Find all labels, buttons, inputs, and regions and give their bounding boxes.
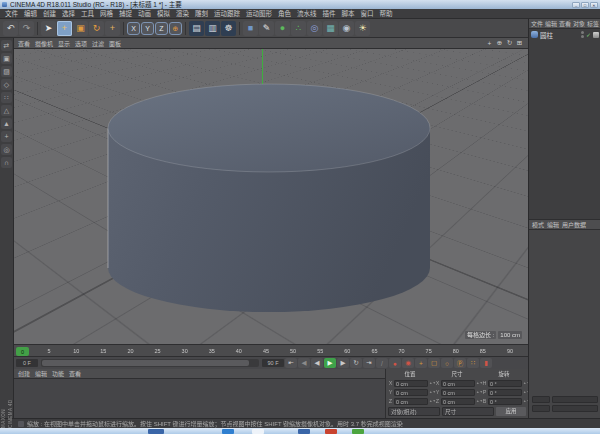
menubar-item[interactable]: 模拟	[154, 9, 173, 19]
viewport-menu-item[interactable]: 摄像机	[35, 39, 53, 48]
coordinate-column-header[interactable]: 位置	[388, 370, 432, 378]
position-key-toggle[interactable]: +	[415, 358, 427, 368]
render-picture-viewer-icon[interactable]: ▥	[205, 21, 220, 36]
maximize-button[interactable]: □	[581, 2, 589, 8]
playback-mode-button[interactable]: ▮	[480, 358, 492, 368]
value-spinner[interactable]: ▲▼	[523, 400, 526, 403]
viewport-menu-item[interactable]: 显示	[58, 39, 70, 48]
snapping-icon[interactable]: ∩	[1, 157, 12, 168]
menubar-item[interactable]: 捕捉	[116, 9, 135, 19]
coordinate-size-dropdown[interactable]: 尺寸	[442, 407, 494, 416]
next-frame-button[interactable]: ▶	[337, 358, 349, 368]
object-manager-menu-item[interactable]: 查看	[559, 19, 571, 28]
go-to-end-button[interactable]: ⇥	[363, 358, 375, 368]
taskbar-app-icon[interactable]	[325, 429, 337, 434]
menubar-item[interactable]: 流水线	[294, 9, 320, 19]
value-spinner[interactable]: ▲▼	[523, 391, 526, 394]
right-panel-field[interactable]	[532, 396, 550, 403]
rotate-view-icon[interactable]: ↻	[505, 39, 514, 48]
material-menu-item[interactable]: 查看	[69, 369, 81, 378]
value-spinner[interactable]: ▲▼	[429, 400, 432, 403]
pla-key-toggle[interactable]: ∷	[467, 358, 479, 368]
object-manager-menu-item[interactable]: 对象	[573, 19, 585, 28]
rotate-tool-icon[interactable]: ↻	[89, 21, 104, 36]
cube-primitive-icon[interactable]: ■	[243, 21, 258, 36]
menubar-item[interactable]: 角色	[275, 9, 294, 19]
timeline-end-field[interactable]: 90 F	[262, 359, 284, 367]
toggle-layout-icon[interactable]: ⊞	[515, 39, 524, 48]
coordinate-value-field[interactable]: 0 °	[488, 398, 522, 405]
coordinate-system-icon[interactable]: ⊕	[169, 22, 182, 35]
spline-pen-icon[interactable]: ✎	[259, 21, 274, 36]
coordinate-value-field[interactable]: 0 cm	[441, 398, 475, 405]
value-spinner[interactable]: ▲▼	[523, 382, 526, 385]
keyframe-selection-button[interactable]: /	[376, 358, 388, 368]
menubar-item[interactable]: 渲染	[173, 9, 192, 19]
taskbar-app-icon[interactable]	[222, 429, 234, 434]
value-spinner[interactable]: ▲▼	[429, 391, 432, 394]
menubar-item[interactable]: 插件	[320, 9, 339, 19]
deformer-icon[interactable]: ◎	[307, 21, 322, 36]
attribute-manager-tab[interactable]: 用户数据	[562, 220, 586, 229]
right-panel-field[interactable]	[532, 405, 550, 412]
menubar-item[interactable]: 文件	[2, 9, 21, 19]
subdivision-surface-icon[interactable]: ●	[275, 21, 290, 36]
previous-frame-button[interactable]: ◀	[311, 358, 323, 368]
viewport-menu-item[interactable]: 过滤	[92, 39, 104, 48]
close-button[interactable]: ✕	[590, 2, 598, 8]
zoom-view-icon[interactable]: ⊕	[495, 39, 504, 48]
record-keyframe-button[interactable]: ●	[389, 358, 401, 368]
texture-mode-icon[interactable]: ▨	[1, 66, 12, 77]
menubar-item[interactable]: 运动图形	[243, 9, 275, 19]
viewport-menu-item[interactable]: 面板	[109, 39, 121, 48]
undo-icon[interactable]: ↶	[3, 21, 18, 36]
timeline-ruler[interactable]: 0 51015202530354045505560657075808590	[14, 344, 528, 357]
coordinate-value-field[interactable]: 0 °	[488, 380, 522, 387]
enable-axis-icon[interactable]: +	[1, 131, 12, 142]
rotation-key-toggle[interactable]: ○	[441, 358, 453, 368]
object-manager-menu-item[interactable]: 标签	[587, 19, 599, 28]
viewport-menu-item[interactable]: 选项	[75, 39, 87, 48]
coordinate-mode-dropdown[interactable]: 对象(相对)	[388, 407, 440, 416]
live-selection-icon[interactable]: ➤	[41, 21, 56, 36]
floor-environment-icon[interactable]: ▦	[323, 21, 338, 36]
points-mode-icon[interactable]: ∷	[1, 92, 12, 103]
timeline-scrollbar-handle[interactable]	[42, 360, 249, 366]
coordinate-column-header[interactable]: 尺寸	[435, 370, 479, 378]
redo-icon[interactable]: ↷	[19, 21, 34, 36]
model-mode-icon[interactable]: ▣	[1, 53, 12, 64]
coordinate-value-field[interactable]: 0 °	[488, 389, 522, 396]
last-used-tool-icon[interactable]: +	[105, 21, 120, 36]
z-axis-lock-button[interactable]: Z	[155, 22, 168, 35]
menubar-item[interactable]: 编辑	[21, 9, 40, 19]
parameter-key-toggle[interactable]: Ⓟ	[454, 358, 466, 368]
array-generator-icon[interactable]: ∴	[291, 21, 306, 36]
play-button[interactable]: ▶	[324, 358, 336, 368]
taskbar-app-icon[interactable]	[352, 429, 364, 434]
material-menu-item[interactable]: 编辑	[35, 369, 47, 378]
polygons-mode-icon[interactable]: ▲	[1, 118, 12, 129]
viewport-solo-icon[interactable]: ◎	[1, 144, 12, 155]
workplane-mode-icon[interactable]: ◇	[1, 79, 12, 90]
pan-view-icon[interactable]: +	[485, 39, 494, 48]
object-row[interactable]: 圆柱 ✓	[529, 29, 600, 40]
value-spinner[interactable]: ▲▼	[476, 382, 479, 385]
previous-key-button[interactable]: ◀	[298, 358, 310, 368]
windows-taskbar[interactable]	[0, 428, 600, 434]
render-settings-icon[interactable]: ☸	[221, 21, 236, 36]
x-axis-lock-button[interactable]: X	[127, 22, 140, 35]
scale-key-toggle[interactable]: ▢	[428, 358, 440, 368]
light-icon[interactable]: ☀	[355, 21, 370, 36]
right-panel-field[interactable]	[552, 396, 598, 403]
move-tool-icon[interactable]: +	[57, 21, 72, 36]
object-manager-menu-item[interactable]: 编辑	[545, 19, 557, 28]
menubar-item[interactable]: 窗口	[358, 9, 377, 19]
menubar-item[interactable]: 动画	[135, 9, 154, 19]
attribute-manager-tab[interactable]: 编辑	[547, 220, 559, 229]
coordinate-value-field[interactable]: 0 cm	[394, 380, 428, 387]
timeline-scrollbar[interactable]	[41, 359, 259, 367]
coordinate-value-field[interactable]: 0 cm	[394, 389, 428, 396]
cylinder-object[interactable]	[14, 49, 528, 344]
edges-mode-icon[interactable]: △	[1, 105, 12, 116]
coordinate-value-field[interactable]: 0 cm	[441, 389, 475, 396]
